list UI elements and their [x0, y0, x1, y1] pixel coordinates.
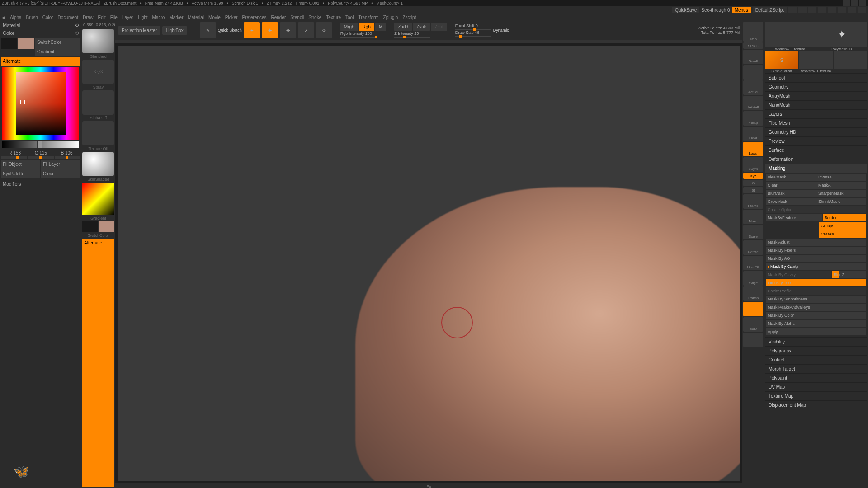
script-button[interactable]: DefaultZScript — [753, 7, 787, 13]
pin-icon[interactable]: ⟲ — [75, 30, 79, 36]
menus-button[interactable]: Menus — [732, 7, 751, 13]
z-intensity-slider[interactable]: Z Intensity 25 — [394, 31, 447, 38]
rgb-button[interactable]: Rgb — [359, 23, 374, 31]
menu-stencil[interactable]: Stencil — [290, 15, 304, 20]
transp-icon[interactable]: Transp — [743, 286, 763, 301]
home-icon[interactable] — [788, 7, 797, 13]
gradient-button[interactable]: Gradient — [35, 47, 80, 56]
solo-icon[interactable]: Solo — [743, 317, 763, 332]
filllayer-button[interactable]: FillLayer — [41, 160, 80, 169]
rotate-icon[interactable]: ⟳ — [316, 22, 332, 38]
crease-button[interactable]: Crease — [819, 230, 866, 238]
seethrough-slider[interactable]: See-through 0 — [701, 8, 730, 13]
section-texturemap[interactable]: Texture Map — [765, 391, 867, 400]
section-layers[interactable]: Layers — [765, 109, 867, 118]
modifiers-section[interactable]: Modifiers — [1, 179, 80, 189]
section-polypaint[interactable]: Polypaint — [765, 373, 867, 382]
move-icon[interactable]: Move — [743, 210, 763, 224]
mrgb-button[interactable]: Mrgb — [340, 23, 358, 31]
maskbycavity-section[interactable]: Mask By Cavity — [766, 263, 866, 270]
section-displacementmap[interactable]: Displacement Map — [765, 400, 867, 409]
menu-light[interactable]: Light — [138, 15, 148, 20]
groups-button[interactable]: Groups — [819, 222, 866, 230]
c3-icon[interactable] — [818, 7, 826, 13]
growmask-button[interactable]: GrowMask — [766, 198, 816, 205]
menu-transform[interactable]: Transform — [358, 15, 378, 20]
scale-icon[interactable]: ⤢ — [298, 22, 314, 38]
scroll-icon[interactable]: Scroll — [743, 50, 763, 64]
menu-document[interactable]: Document — [58, 15, 79, 20]
help-icon[interactable] — [828, 7, 836, 13]
quicksketch-icon[interactable]: ✎ — [200, 22, 216, 38]
switchcolor-button[interactable]: SwitchColor — [35, 38, 80, 47]
alternate-button-2[interactable]: Alternate — [82, 239, 114, 487]
bpr-icon[interactable]: BPR — [743, 22, 763, 42]
maskbysmoothness-button[interactable]: Mask By Smoothness — [766, 296, 866, 303]
tool-thumb-2[interactable]: ✦ — [816, 22, 867, 47]
material-header[interactable]: Material — [3, 23, 20, 28]
rotate-icon[interactable]: Rotate — [743, 240, 763, 255]
section-fibermesh[interactable]: FiberMesh — [765, 118, 867, 127]
bottom-scrollbar[interactable]: ▾▴ — [115, 483, 742, 488]
spix-slider[interactable]: SPix 3 — [743, 42, 763, 49]
section-uvmap[interactable]: UV Map — [765, 382, 867, 391]
menu-file[interactable]: File — [110, 15, 118, 20]
section-contact[interactable]: Contact — [765, 355, 867, 364]
color-picker[interactable] — [2, 67, 79, 140]
cavityprofile-button[interactable]: Cavity Profile — [766, 287, 866, 295]
alpha-thumb[interactable] — [82, 90, 114, 115]
lsym-icon[interactable]: LSym — [743, 157, 763, 172]
frame-icon[interactable]: Frame — [743, 194, 763, 209]
maskadjust-button[interactable]: Mask Adjust — [766, 239, 866, 246]
blurmask-button[interactable]: BlurMask — [766, 190, 816, 197]
top-scrollbar[interactable] — [115, 40, 742, 43]
section-visibility[interactable]: Visibility — [765, 337, 867, 346]
max-icon[interactable] — [848, 7, 856, 13]
min-icon[interactable] — [838, 7, 846, 13]
menu-zscript[interactable]: Zscript — [402, 15, 416, 20]
section-preview[interactable]: Preview — [765, 136, 867, 145]
rgb-intensity-slider[interactable]: Rgb Intensity 100 — [340, 31, 387, 38]
inverse-button[interactable]: Inverse — [816, 174, 866, 181]
menu-material[interactable]: Material — [188, 15, 204, 20]
local-icon[interactable]: Local — [743, 142, 763, 156]
window-max-icon[interactable] — [851, 0, 858, 6]
menu-color[interactable]: Color — [42, 15, 53, 20]
focal-shift-slider[interactable]: Focal Shift 0 — [455, 23, 491, 30]
menu-macro[interactable]: Macro — [152, 15, 165, 20]
section-nanomesh[interactable]: NanoMesh — [765, 100, 867, 109]
linefill-icon[interactable]: Line Fill — [743, 256, 763, 270]
tool-thumb-3[interactable] — [799, 51, 833, 69]
fillobject-button[interactable]: FillObject — [1, 160, 40, 169]
xyz-icon[interactable]: Xyz — [743, 173, 763, 179]
blur-slider[interactable]: Blur 2 — [832, 271, 866, 278]
section-masking[interactable]: Masking — [765, 164, 867, 173]
tool-thumb-s[interactable]: S — [765, 51, 798, 69]
sec-swatch[interactable] — [82, 221, 98, 232]
menu-preferences[interactable]: Preferences — [242, 15, 267, 20]
color-header[interactable]: Color — [3, 30, 14, 36]
center-icon[interactable]: ⊙ — [743, 180, 763, 186]
move-icon[interactable]: ✥ — [280, 22, 296, 38]
menu-tool[interactable]: Tool — [345, 15, 354, 20]
section-arraymesh[interactable]: ArrayMesh — [765, 91, 867, 100]
border-button[interactable]: Border — [823, 214, 866, 221]
m-button[interactable]: M — [375, 23, 386, 31]
syspalette-button[interactable]: SysPalette — [1, 169, 40, 178]
r-slider[interactable] — [1, 156, 27, 159]
projection-master-button[interactable]: Projection Master — [118, 26, 160, 35]
gray-slider[interactable] — [2, 141, 79, 148]
fit-icon[interactable]: ⊡ — [743, 187, 763, 193]
maskbycavity-button[interactable]: Mask By Cavity — [766, 271, 831, 278]
sharpenmask-button[interactable]: SharpenMask — [816, 190, 866, 197]
section-geometry[interactable]: Geometry — [765, 82, 867, 91]
viewmask-button[interactable]: ViewMask — [766, 174, 816, 181]
section-subtool[interactable]: SubTool — [765, 73, 867, 82]
b-slider[interactable] — [55, 156, 80, 159]
window-close-icon[interactable] — [859, 0, 866, 6]
apply-button[interactable]: Apply — [766, 328, 866, 335]
draw-icon[interactable]: ✚ — [262, 22, 278, 38]
menu-layer[interactable]: Layer — [122, 15, 133, 20]
maskbyalpha-button[interactable]: Mask By Alpha — [766, 320, 866, 327]
ghost-icon[interactable] — [743, 302, 763, 316]
